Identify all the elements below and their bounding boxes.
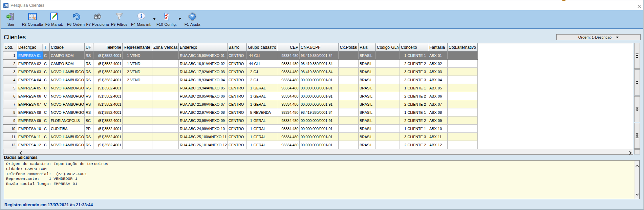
svg-text:?: ? <box>191 14 194 19</box>
